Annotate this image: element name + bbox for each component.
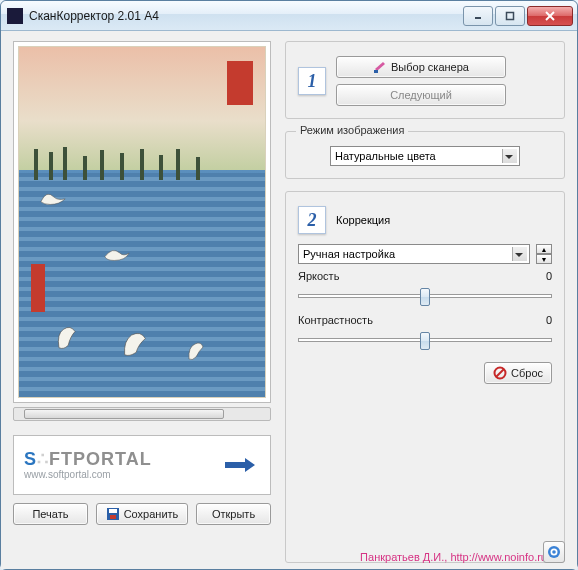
scanner-icon — [373, 60, 387, 74]
help-button[interactable] — [543, 541, 565, 563]
print-button[interactable]: Печать — [13, 503, 88, 525]
logo-brand: S∴FTPORTAL — [24, 450, 152, 470]
open-button[interactable]: Открыть — [196, 503, 271, 525]
brightness-label: Яркость — [298, 270, 339, 282]
preview-image — [18, 46, 266, 398]
step1-number: 1 — [298, 67, 326, 95]
contrast-label: Контрастность — [298, 314, 373, 326]
svg-point-12 — [552, 550, 556, 554]
maximize-button[interactable] — [495, 6, 525, 26]
svg-rect-1 — [507, 12, 514, 19]
image-mode-legend: Режим изображения — [296, 124, 408, 136]
step2-group: 2 Коррекция Ручная настройка ▲ ▼ Яркость — [285, 191, 565, 563]
stepper-up-icon[interactable]: ▲ — [536, 244, 552, 254]
save-icon — [106, 507, 120, 521]
brightness-value: 0 — [546, 270, 552, 282]
choose-scanner-button[interactable]: Выбор сканера — [336, 56, 506, 78]
preview-frame — [13, 41, 271, 403]
svg-rect-6 — [110, 515, 116, 519]
svg-line-9 — [496, 369, 504, 377]
logo-panel: S∴FTPORTAL www.softportal.com — [13, 435, 271, 495]
save-button[interactable]: Сохранить — [96, 503, 188, 525]
correction-stepper[interactable]: ▲ ▼ — [536, 244, 552, 264]
svg-rect-5 — [109, 509, 117, 513]
image-mode-select[interactable]: Натуральные цвета — [330, 146, 520, 166]
minimize-button[interactable] — [463, 6, 493, 26]
app-window: СканКорректор 2.01 A4 — [0, 0, 578, 570]
stepper-down-icon[interactable]: ▼ — [536, 254, 552, 264]
titlebar[interactable]: СканКорректор 2.01 A4 — [1, 1, 577, 31]
no-entry-icon — [493, 366, 507, 380]
contrast-slider[interactable] — [298, 330, 552, 352]
svg-rect-7 — [374, 70, 378, 73]
window-title: СканКорректор 2.01 A4 — [29, 9, 463, 23]
image-mode-group: Режим изображения Натуральные цвета — [285, 131, 565, 179]
step2-number: 2 — [298, 206, 326, 234]
next-arrow-icon[interactable] — [220, 453, 260, 477]
step1-group: 1 Выбор сканера Следующий — [285, 41, 565, 119]
correction-title: Коррекция — [336, 214, 390, 226]
correction-mode-select[interactable]: Ручная настройка — [298, 244, 530, 264]
contrast-value: 0 — [546, 314, 552, 326]
app-icon — [7, 8, 23, 24]
preview-horizontal-scrollbar[interactable] — [13, 407, 271, 421]
close-button[interactable] — [527, 6, 573, 26]
next-button[interactable]: Следующий — [336, 84, 506, 106]
brightness-slider[interactable] — [298, 286, 552, 308]
footer-credit[interactable]: Панкратьев Д.И., http://www.noinfo.ru — [360, 551, 547, 563]
reset-button[interactable]: Сброс — [484, 362, 552, 384]
logo-url: www.softportal.com — [24, 469, 152, 480]
